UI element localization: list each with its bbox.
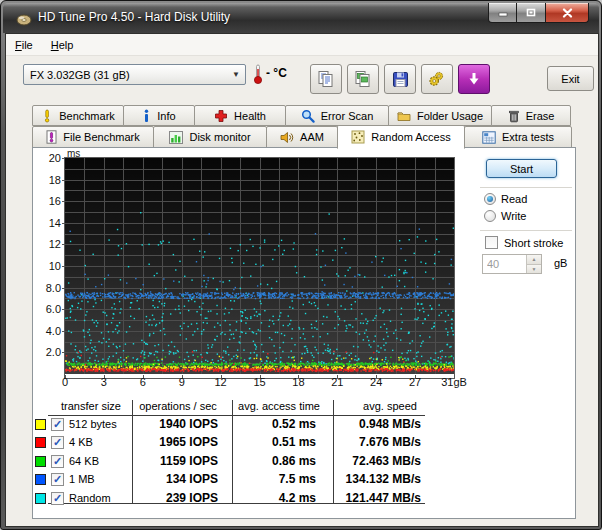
tab-health[interactable]: Health xyxy=(194,105,286,126)
separator xyxy=(480,187,572,188)
minimize-icon xyxy=(498,8,508,17)
tab-info[interactable]: Info xyxy=(123,105,195,126)
copy-text-button[interactable] xyxy=(310,64,342,94)
tab-error-scan[interactable]: Error Scan xyxy=(285,105,389,126)
table-column-separator xyxy=(333,400,334,504)
y-axis-tick xyxy=(62,201,65,202)
minimize-button[interactable] xyxy=(488,3,517,23)
tab-label: Benchmark xyxy=(59,110,115,122)
menu-bar: File Help xyxy=(6,34,598,56)
write-radio-label: Write xyxy=(501,210,526,222)
table-row: ✓ 1 MB 134 IOPS 7.5 ms 134.132 MB/s xyxy=(33,472,575,488)
tab-label: Erase xyxy=(526,110,555,122)
col-header-operations: operations / sec xyxy=(133,400,223,412)
spinner-down-icon[interactable]: ▼ xyxy=(527,265,541,274)
write-radio-row[interactable]: Write xyxy=(484,210,526,222)
tab-disk-monitor[interactable]: Disk monitor xyxy=(153,126,267,148)
write-radio[interactable] xyxy=(484,210,496,222)
down-arrow-icon xyxy=(466,71,482,87)
tab-label: AAM xyxy=(300,131,324,143)
exit-button[interactable]: Exit xyxy=(547,66,594,91)
y-axis-label: 12 xyxy=(35,238,61,250)
y-axis-tick xyxy=(62,266,65,267)
series-checkbox[interactable]: ✓ xyxy=(51,492,64,505)
check-icon: ✓ xyxy=(53,493,62,504)
y-axis-tick xyxy=(62,223,65,224)
tab-row-2: File Benchmark Disk monitor AAM Random A… xyxy=(32,126,571,148)
maximize-icon xyxy=(526,8,536,17)
short-stroke-input[interactable] xyxy=(483,255,526,273)
tab-random-access[interactable]: Random Access xyxy=(337,125,465,149)
table-row: ✓ 512 bytes 1940 IOPS 0.52 ms 0.948 MB/s xyxy=(33,417,575,433)
save-button[interactable] xyxy=(384,64,416,94)
x-axis-tick xyxy=(143,375,144,378)
benchmark-icon xyxy=(41,109,53,123)
chevron-down-icon: ▼ xyxy=(227,70,245,79)
read-radio[interactable] xyxy=(484,193,496,205)
table-column-separator xyxy=(132,400,133,504)
iops-value: 1159 IOPS xyxy=(128,454,218,468)
title-bar: HD Tune Pro 4.50 - Hard Disk Utility xyxy=(3,3,599,33)
tab-label: Info xyxy=(157,110,175,122)
y-axis-tick xyxy=(62,352,65,353)
spinner-buttons[interactable]: ▲ ▼ xyxy=(526,255,541,273)
extra-tests-icon xyxy=(482,131,496,144)
y-axis-label: 18 xyxy=(35,174,61,186)
tab-label: Extra tests xyxy=(502,131,554,143)
random-access-panel: ms 2018161412108.06.04.02.0 036912151821… xyxy=(32,147,576,519)
series-checkbox[interactable]: ✓ xyxy=(51,418,64,431)
menu-file[interactable]: File xyxy=(6,36,42,54)
table-row: ✓ 4 KB 1965 IOPS 0.51 ms 7.676 MB/s xyxy=(33,435,575,451)
series-color-swatch xyxy=(35,456,46,467)
iops-value: 1940 IOPS xyxy=(128,417,218,431)
x-axis-tick xyxy=(104,375,105,378)
access-time-value: 0.51 ms xyxy=(228,435,316,449)
copy-image-button[interactable] xyxy=(347,64,379,94)
tab-label: Disk monitor xyxy=(189,131,250,143)
capture-button[interactable] xyxy=(458,64,490,94)
series-checkbox[interactable]: ✓ xyxy=(51,455,64,468)
drive-select-combobox[interactable]: FX 3.032GB (31 gB) ▼ xyxy=(23,64,246,85)
tab-label: Error Scan xyxy=(321,110,374,122)
series-checkbox[interactable]: ✓ xyxy=(51,436,64,449)
random-access-chart xyxy=(65,158,454,374)
series-color-swatch xyxy=(35,493,46,504)
tab-erase[interactable]: Erase xyxy=(491,105,571,126)
tab-file-benchmark[interactable]: File Benchmark xyxy=(32,126,154,148)
drive-select-value: FX 3.032GB (31 gB) xyxy=(24,69,227,81)
separator xyxy=(480,230,572,231)
short-stroke-spinner[interactable]: ▲ ▼ xyxy=(482,254,542,274)
maximize-button[interactable] xyxy=(517,3,546,23)
y-axis-label: 14 xyxy=(35,217,61,229)
tab-benchmark[interactable]: Benchmark xyxy=(32,105,124,126)
tab-aam[interactable]: AAM xyxy=(266,126,338,148)
short-stroke-checkbox[interactable] xyxy=(485,236,498,249)
series-label: 1 MB xyxy=(69,473,95,485)
tab-label: File Benchmark xyxy=(63,131,139,143)
y-axis-tick xyxy=(62,331,65,332)
series-checkbox[interactable]: ✓ xyxy=(51,473,64,486)
iops-value: 1965 IOPS xyxy=(128,435,218,449)
tab-extra-tests[interactable]: Extra tests xyxy=(464,126,572,148)
series-color-swatch xyxy=(35,419,46,430)
start-button[interactable]: Start xyxy=(486,159,557,178)
y-axis-tick xyxy=(62,180,65,181)
close-button[interactable] xyxy=(546,3,589,23)
spinner-up-icon[interactable]: ▲ xyxy=(527,255,541,265)
read-radio-row[interactable]: Read xyxy=(484,193,527,205)
chart-plot-frame xyxy=(64,157,455,379)
menu-help[interactable]: Help xyxy=(42,36,83,54)
info-icon xyxy=(142,109,151,123)
access-time-value: 4.2 ms xyxy=(228,491,316,505)
table-column-separator xyxy=(232,400,233,504)
short-stroke-row[interactable]: Short stroke xyxy=(485,236,563,249)
temperature-value: - °C xyxy=(266,66,287,80)
options-button[interactable] xyxy=(421,64,453,94)
x-axis-tick xyxy=(65,375,66,378)
y-axis-label: 16 xyxy=(35,195,61,207)
x-axis-tick xyxy=(182,375,183,378)
col-header-transfer-size: transfer size xyxy=(48,400,134,412)
tab-label: Health xyxy=(234,110,266,122)
tab-folder-usage[interactable]: Folder Usage xyxy=(388,105,492,126)
series-label: 64 KB xyxy=(69,455,99,467)
